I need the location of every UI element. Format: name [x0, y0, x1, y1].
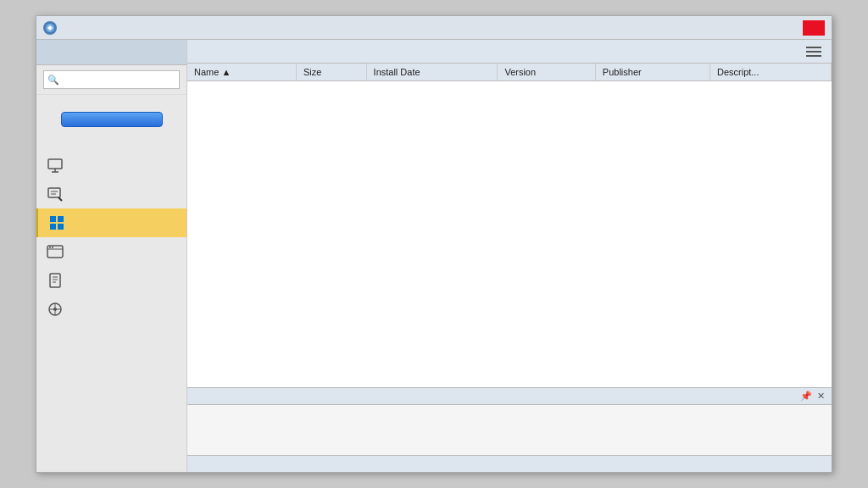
col-name[interactable]: Name ▲: [187, 64, 297, 81]
col-size[interactable]: Size: [297, 64, 367, 81]
col-description[interactable]: Descript...: [709, 64, 831, 81]
description-panel-header: 📌 ✕: [187, 388, 832, 405]
content-header-right: [799, 47, 821, 57]
search-field[interactable]: [62, 75, 175, 85]
col-version[interactable]: Version: [498, 64, 595, 81]
apps-table-container[interactable]: Name ▲ Size Install Date Version Publish…: [187, 64, 832, 387]
svg-rect-4: [48, 188, 60, 197]
sidebar-item-browser-extensions[interactable]: [36, 237, 186, 266]
search-input-wrapper[interactable]: 🔍: [43, 70, 180, 89]
col-publisher[interactable]: Publisher: [595, 64, 709, 81]
sidebar-item-windows-apps[interactable]: [36, 208, 186, 237]
svg-rect-10: [58, 224, 64, 230]
description-text: [187, 405, 832, 415]
content-header: [187, 40, 832, 64]
menu-button[interactable]: [806, 47, 821, 57]
main-area: 🔍: [36, 40, 832, 472]
svg-rect-1: [48, 159, 62, 169]
sidebar-item-hunter-mode[interactable]: [36, 295, 186, 324]
window-controls: [755, 20, 825, 36]
close-panel-button[interactable]: ✕: [817, 391, 825, 402]
uninstall-button[interactable]: [61, 112, 163, 127]
search-bar: 🔍: [36, 65, 186, 95]
monitor-icon: [47, 157, 64, 174]
maximize-button[interactable]: [779, 20, 801, 36]
title-bar-left: [43, 21, 62, 35]
svg-point-14: [52, 247, 53, 248]
table-header-row: Name ▲ Size Install Date Version Publish…: [187, 64, 832, 81]
hamburger-line-1: [806, 47, 821, 48]
description-panel: 📌 ✕: [187, 387, 832, 455]
sidebar-header: [36, 40, 186, 65]
description-panel-controls: 📌 ✕: [800, 391, 825, 402]
tools-divider: [36, 324, 186, 334]
hamburger-line-2: [806, 51, 821, 53]
svg-rect-15: [50, 274, 60, 287]
windows-icon: [48, 214, 65, 231]
hunter-icon: [47, 301, 64, 318]
browser-icon: [47, 243, 64, 260]
sidebar-nav: [36, 147, 186, 472]
svg-rect-8: [58, 216, 64, 222]
trace-icon: [47, 186, 64, 202]
sidebar: 🔍: [36, 40, 187, 472]
status-bar: [187, 455, 832, 472]
minimize-button[interactable]: [755, 20, 777, 36]
hamburger-line-3: [806, 55, 821, 57]
svg-rect-9: [50, 224, 56, 230]
sidebar-item-traced-programs[interactable]: [36, 180, 186, 208]
apps-table: Name ▲ Size Install Date Version Publish…: [187, 64, 832, 81]
close-button[interactable]: [803, 20, 825, 36]
pin-button[interactable]: 📌: [800, 391, 812, 402]
svg-point-22: [53, 308, 57, 311]
title-bar: [36, 16, 832, 40]
sidebar-item-all-programs[interactable]: [36, 151, 186, 180]
sidebar-item-logs-database[interactable]: [36, 266, 186, 295]
main-window: 🔍: [36, 15, 832, 473]
svg-point-13: [49, 247, 51, 248]
content-area: Name ▲ Size Install Date Version Publish…: [187, 40, 832, 472]
col-install-date[interactable]: Install Date: [366, 64, 498, 81]
svg-rect-7: [50, 216, 56, 222]
logs-icon: [47, 272, 64, 289]
app-icon: [43, 21, 57, 35]
